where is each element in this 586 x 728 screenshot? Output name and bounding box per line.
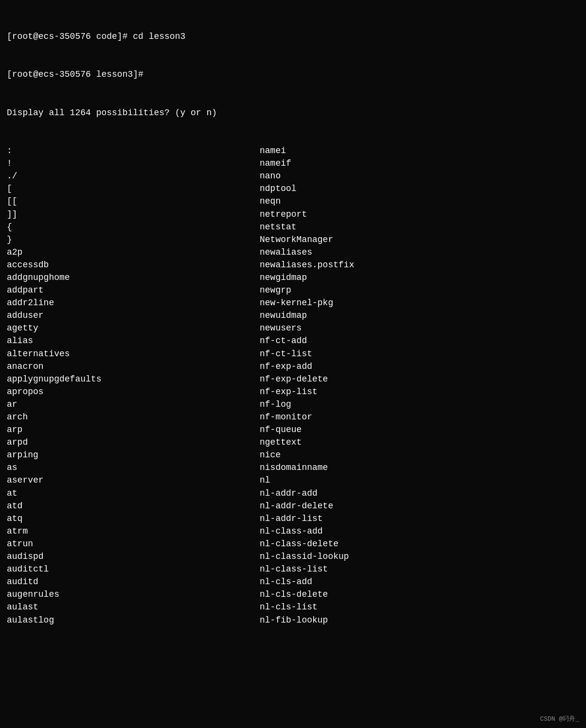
list-item: nisdomainname xyxy=(260,461,579,474)
list-item: arch xyxy=(7,411,260,423)
list-item: [ xyxy=(7,182,260,195)
list-item: netreport xyxy=(260,208,579,221)
list-item: arping xyxy=(7,449,260,461)
list-item: nl-addr-list xyxy=(260,512,579,525)
list-item: a2p xyxy=(7,246,260,259)
list-item: alternatives xyxy=(7,347,260,360)
list-item: ndptool xyxy=(260,182,579,195)
list-item: namei xyxy=(260,144,579,157)
command-list: :!./[[[]]{}a2paccessdbaddgnupghomeaddpar… xyxy=(7,144,579,626)
list-item: anacron xyxy=(7,360,260,373)
list-item: auditd xyxy=(7,575,260,588)
list-item: atrun xyxy=(7,537,260,550)
list-item: newgidmap xyxy=(260,271,579,284)
list-item: arpd xyxy=(7,436,260,449)
list-item: nl-classid-lookup xyxy=(260,550,579,563)
list-item: at xyxy=(7,487,260,500)
list-item: addr2line xyxy=(7,296,260,309)
list-item: { xyxy=(7,221,260,233)
list-item: nf-exp-list xyxy=(260,385,579,398)
list-item: nl-cls-list xyxy=(260,601,579,613)
list-item: apropos xyxy=(7,385,260,398)
list-item: nf-monitor xyxy=(260,411,579,423)
list-item: aserver xyxy=(7,474,260,486)
list-item: augenrules xyxy=(7,588,260,601)
list-item: nl xyxy=(260,474,579,486)
prompt-line-2: [root@ecs-350576 lesson3]# xyxy=(7,68,579,81)
list-item: nf-exp-delete xyxy=(260,373,579,385)
list-item: } xyxy=(7,233,260,246)
list-item: as xyxy=(7,461,260,474)
list-item: aulast xyxy=(7,601,260,613)
list-item: newusers xyxy=(260,322,579,334)
list-item: newaliases xyxy=(260,246,579,259)
list-item: arp xyxy=(7,423,260,436)
list-item: applygnupgdefaults xyxy=(7,373,260,385)
right-column: nameinameifnanondptoolneqnnetreportnetst… xyxy=(260,144,579,626)
list-item: alias xyxy=(7,334,260,347)
left-column: :!./[[[]]{}a2paccessdbaddgnupghomeaddpar… xyxy=(7,144,260,626)
list-item: nl-class-add xyxy=(260,525,579,537)
list-item: accessdb xyxy=(7,259,260,271)
list-item: neqn xyxy=(260,195,579,208)
list-item: aulastlog xyxy=(7,614,260,626)
list-item: atd xyxy=(7,500,260,512)
prompt-line-1: [root@ecs-350576 code]# cd lesson3 xyxy=(7,30,579,43)
list-item: addgnupghome xyxy=(7,271,260,284)
watermark: CSDN @叼舟_ xyxy=(540,715,579,724)
list-item: nf-exp-add xyxy=(260,360,579,373)
list-item: agetty xyxy=(7,322,260,334)
terminal: [root@ecs-350576 code]# cd lesson3 [root… xyxy=(7,5,579,639)
list-item: nl-addr-add xyxy=(260,487,579,500)
list-item: [[ xyxy=(7,195,260,208)
list-item: nl-class-list xyxy=(260,563,579,575)
list-item: atq xyxy=(7,512,260,525)
list-item: nl-cls-add xyxy=(260,575,579,588)
list-item: nl-cls-delete xyxy=(260,588,579,601)
list-item: netstat xyxy=(260,221,579,233)
list-item: audispd xyxy=(7,550,260,563)
list-item: nf-queue xyxy=(260,423,579,436)
list-item: ./ xyxy=(7,170,260,182)
list-item: : xyxy=(7,144,260,157)
list-item: adduser xyxy=(7,309,260,322)
list-item: newaliases.postfix xyxy=(260,259,579,271)
list-item: ]] xyxy=(7,208,260,221)
list-item: nameif xyxy=(260,157,579,170)
list-item: atrm xyxy=(7,525,260,537)
list-item: ar xyxy=(7,398,260,411)
list-item: newgrp xyxy=(260,284,579,296)
list-item: new-kernel-pkg xyxy=(260,296,579,309)
list-item: newuidmap xyxy=(260,309,579,322)
list-item: nl-class-delete xyxy=(260,537,579,550)
list-item: nano xyxy=(260,170,579,182)
list-item: nl-addr-delete xyxy=(260,500,579,512)
list-item: ngettext xyxy=(260,436,579,449)
list-item: nice xyxy=(260,449,579,461)
list-item: ! xyxy=(7,157,260,170)
list-item: nl-fib-lookup xyxy=(260,614,579,626)
list-item: NetworkManager xyxy=(260,233,579,246)
list-item: nf-ct-add xyxy=(260,334,579,347)
question-line: Display all 1264 possibilities? (y or n) xyxy=(7,106,579,119)
list-item: nf-log xyxy=(260,398,579,411)
list-item: nf-ct-list xyxy=(260,347,579,360)
list-item: addpart xyxy=(7,284,260,296)
list-item: auditctl xyxy=(7,563,260,575)
